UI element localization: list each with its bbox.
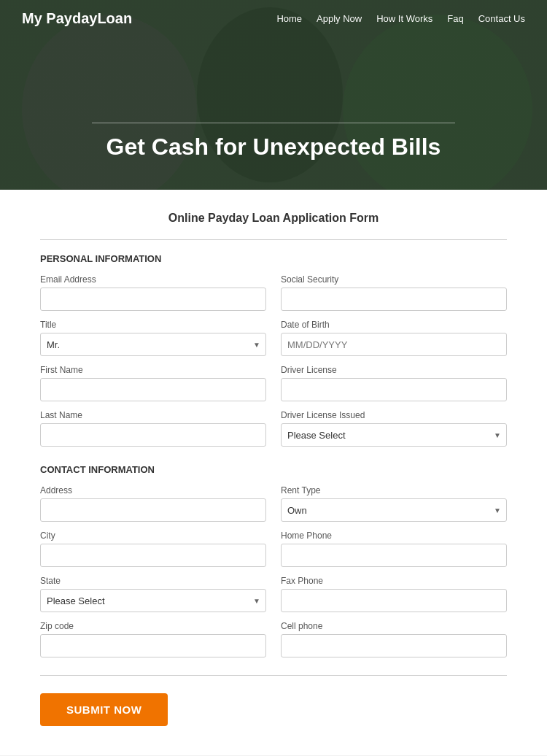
zip-group: Zip code (40, 621, 266, 657)
rent-type-group: Rent Type Own Rent Other (281, 485, 507, 522)
personal-section-label: PERSONAL INFORMATION (40, 253, 507, 264)
fax-group: Fax Phone (281, 576, 507, 612)
divider-top (40, 239, 507, 240)
rent-type-label: Rent Type (281, 485, 507, 495)
ssn-input[interactable] (281, 288, 507, 311)
dl-group: Driver License (281, 365, 507, 401)
rent-type-select-wrapper: Own Rent Other (281, 498, 507, 522)
title-select-wrapper: Mr. Mrs. Ms. Dr. (40, 333, 266, 356)
row-zip-cell: Zip code Cell phone (40, 621, 507, 657)
homephone-input[interactable] (281, 544, 507, 567)
dob-label: Date of Birth (281, 320, 507, 330)
nav-apply[interactable]: Apply Now (317, 13, 362, 24)
title-group: Title Mr. Mrs. Ms. Dr. (40, 320, 266, 356)
lastname-label: Last Name (40, 410, 266, 420)
email-group: Email Address (40, 274, 266, 311)
navbar: My PaydayLoan Home Apply Now How It Work… (0, 0, 547, 37)
rent-type-select[interactable]: Own Rent Other (281, 498, 507, 522)
row-city-homephone: City Home Phone (40, 531, 507, 567)
city-group: City (40, 531, 266, 567)
zip-input[interactable] (40, 634, 266, 657)
dl-issued-group: Driver License Issued Please Select AL C… (281, 410, 507, 447)
address-label: Address (40, 485, 266, 495)
contact-section-label: CONTACT INFORMATION (40, 464, 507, 475)
email-label: Email Address (40, 274, 266, 285)
ssn-label: Social Security (281, 274, 507, 285)
cell-group: Cell phone (281, 621, 507, 657)
row-firstname-dl: First Name Driver License (40, 365, 507, 401)
city-label: City (40, 531, 266, 541)
personal-info-section: PERSONAL INFORMATION Email Address Socia… (40, 253, 507, 447)
cell-label: Cell phone (281, 621, 507, 631)
nav-faq[interactable]: Faq (447, 13, 463, 24)
fax-label: Fax Phone (281, 576, 507, 586)
nav-logo[interactable]: My PaydayLoan (22, 10, 132, 27)
row-lastname-dlissued: Last Name Driver License Issued Please S… (40, 410, 507, 447)
homephone-group: Home Phone (281, 531, 507, 567)
row-email-ssn: Email Address Social Security (40, 274, 507, 311)
nav-contact[interactable]: Contact Us (478, 13, 525, 24)
contact-info-section: CONTACT INFORMATION Address Rent Type Ow… (40, 464, 507, 657)
dl-issued-select[interactable]: Please Select AL CA TX (281, 423, 507, 447)
row-title-dob: Title Mr. Mrs. Ms. Dr. Date of Birth (40, 320, 507, 356)
address-group: Address (40, 485, 266, 522)
form-title: Online Payday Loan Application Form (40, 212, 507, 225)
dl-issued-label: Driver License Issued (281, 410, 507, 420)
title-select[interactable]: Mr. Mrs. Ms. Dr. (40, 333, 266, 356)
city-input[interactable] (40, 544, 266, 567)
dob-input[interactable] (281, 333, 507, 356)
title-label: Title (40, 320, 266, 330)
nav-how[interactable]: How It Works (376, 13, 432, 24)
dl-issued-select-wrapper: Please Select AL CA TX (281, 423, 507, 447)
ssn-group: Social Security (281, 274, 507, 311)
state-group: State Please Select AL AK AZ CA CO FL GA… (40, 576, 266, 612)
state-select[interactable]: Please Select AL AK AZ CA CO FL GA NY TX (40, 589, 266, 612)
form-section: Online Payday Loan Application Form PERS… (26, 190, 521, 755)
state-select-wrapper: Please Select AL AK AZ CA CO FL GA NY TX (40, 589, 266, 612)
cell-input[interactable] (281, 634, 507, 657)
firstname-group: First Name (40, 365, 266, 401)
row-address-rent: Address Rent Type Own Rent Other (40, 485, 507, 522)
nav-links: Home Apply Now How It Works Faq Contact … (276, 13, 525, 24)
address-input[interactable] (40, 498, 266, 522)
submit-button[interactable]: SUBMIT NOW (40, 693, 168, 726)
firstname-label: First Name (40, 365, 266, 375)
fax-input[interactable] (281, 589, 507, 612)
homephone-label: Home Phone (281, 531, 507, 541)
nav-home[interactable]: Home (276, 13, 302, 24)
divider-bottom (40, 675, 507, 676)
zip-label: Zip code (40, 621, 266, 631)
row-state-fax: State Please Select AL AK AZ CA CO FL GA… (40, 576, 507, 612)
dl-input[interactable] (281, 378, 507, 401)
dob-group: Date of Birth (281, 320, 507, 356)
dl-label: Driver License (281, 365, 507, 375)
hero-title: Get Cash for Unexpected Bills (92, 123, 456, 161)
lastname-input[interactable] (40, 423, 266, 447)
lastname-group: Last Name (40, 410, 266, 447)
state-label: State (40, 576, 266, 586)
firstname-input[interactable] (40, 378, 266, 401)
email-input[interactable] (40, 288, 266, 311)
